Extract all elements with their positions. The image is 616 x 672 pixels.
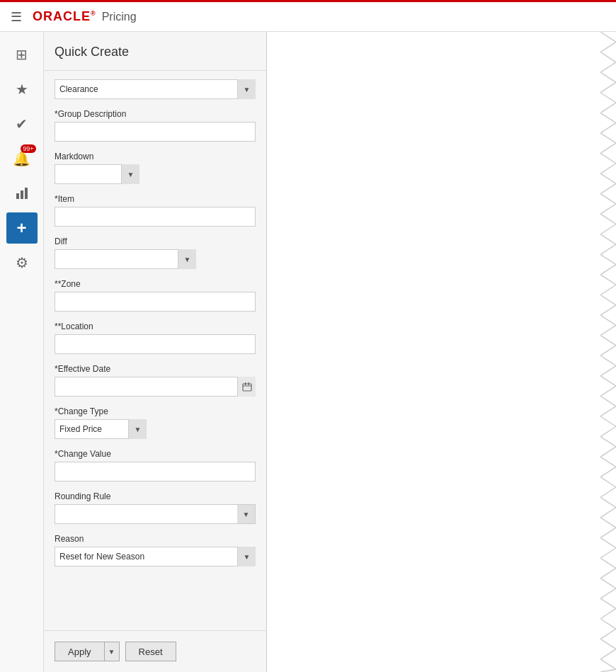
main-content-area (267, 32, 616, 672)
location-input[interactable] (55, 334, 256, 354)
type-select-wrapper[interactable]: Clearance Promotion Regular ▼ (55, 79, 256, 99)
sidebar-task-icon[interactable]: ✔ (6, 108, 38, 139)
change-value-group: *Change Value (55, 449, 256, 482)
hamburger-menu-icon[interactable]: ☰ (11, 9, 22, 25)
apply-dropdown-arrow-icon[interactable]: ▼ (104, 642, 120, 661)
svg-rect-0 (16, 193, 19, 199)
markdown-group: Markdown Yes No ▼ (55, 152, 256, 184)
oracle-logo: ORACLE® (33, 9, 96, 24)
svg-rect-3 (243, 384, 251, 391)
rounding-rule-arrow-icon[interactable]: ▼ (237, 504, 256, 524)
change-type-select-wrapper[interactable]: Fixed Price Percent Off Amount Off ▼ (55, 419, 147, 439)
svg-rect-5 (245, 382, 246, 385)
reason-select[interactable]: Reset for New Season Clearance Promotion (55, 547, 256, 566)
apply-button[interactable]: Apply (55, 642, 104, 661)
effective-date-label: *Effective Date (55, 364, 256, 374)
group-description-label: *Group Description (55, 109, 256, 119)
sidebar-chart-icon[interactable] (6, 178, 38, 209)
reason-label: Reason (55, 534, 256, 544)
change-type-group: *Change Type Fixed Price Percent Off Amo… (55, 406, 256, 439)
change-value-input[interactable] (55, 462, 256, 482)
panel-title: Quick Create (44, 32, 266, 71)
app-name-label: Pricing (102, 11, 137, 23)
item-group: *Item (55, 194, 256, 227)
diff-select-wrapper[interactable]: Option 1 Option 2 ▼ (55, 249, 196, 269)
rounding-rule-group: Rounding Rule ▼ (55, 491, 256, 524)
zone-input[interactable] (55, 292, 256, 312)
change-type-label: *Change Type (55, 406, 256, 416)
app-header: ☰ ORACLE® Pricing (0, 0, 616, 32)
group-description-input[interactable] (55, 122, 256, 142)
change-value-label: *Change Value (55, 449, 256, 459)
rounding-rule-input[interactable] (55, 504, 237, 524)
calendar-icon[interactable] (237, 377, 256, 397)
rounding-rule-label: Rounding Rule (55, 491, 256, 501)
rounding-rule-wrapper: ▼ (55, 504, 256, 524)
svg-rect-2 (25, 188, 28, 199)
effective-date-group: *Effective Date (55, 364, 256, 397)
reason-group: Reason Reset for New Season Clearance Pr… (55, 534, 256, 566)
diff-group: Diff Option 1 Option 2 ▼ (55, 237, 256, 269)
diff-label: Diff (55, 237, 256, 246)
panel-footer: Apply ▼ Reset (44, 630, 266, 672)
location-label: **Location (55, 321, 256, 331)
item-label: *Item (55, 194, 256, 204)
reset-button[interactable]: Reset (125, 642, 176, 661)
effective-date-input[interactable] (55, 377, 256, 397)
markdown-select-wrapper[interactable]: Yes No ▼ (55, 164, 139, 184)
sidebar-settings-icon[interactable]: ⚙ (6, 247, 38, 278)
item-input[interactable] (55, 207, 256, 227)
sidebar-grid-icon[interactable]: ⊞ (6, 39, 38, 70)
effective-date-wrapper (55, 377, 256, 397)
zone-group: **Zone (55, 279, 256, 312)
svg-rect-1 (21, 190, 23, 199)
zone-label: **Zone (55, 279, 256, 289)
svg-rect-6 (248, 382, 249, 385)
location-group: **Location (55, 321, 256, 354)
markdown-select[interactable]: Yes No (55, 164, 139, 184)
sidebar-star-icon[interactable]: ★ (6, 74, 38, 105)
sidebar-add-icon[interactable]: + (6, 212, 38, 244)
markdown-label: Markdown (55, 152, 256, 161)
notification-badge: 99+ (21, 144, 35, 153)
reason-select-wrapper[interactable]: Reset for New Season Clearance Promotion… (55, 547, 256, 566)
change-type-select[interactable]: Fixed Price Percent Off Amount Off (55, 419, 147, 439)
type-select[interactable]: Clearance Promotion Regular (55, 79, 256, 99)
type-group: Clearance Promotion Regular ▼ (55, 79, 256, 99)
group-description-group: *Group Description (55, 109, 256, 142)
quick-create-panel: Quick Create Clearance Promotion Regular… (44, 32, 267, 672)
sidebar: ⊞ ★ ✔ 🔔 99+ + ⚙ (0, 32, 44, 672)
sidebar-bell-icon[interactable]: 🔔 99+ (6, 143, 38, 174)
diff-select[interactable]: Option 1 Option 2 (55, 249, 196, 269)
panel-body: Clearance Promotion Regular ▼ *Group Des… (44, 71, 266, 630)
